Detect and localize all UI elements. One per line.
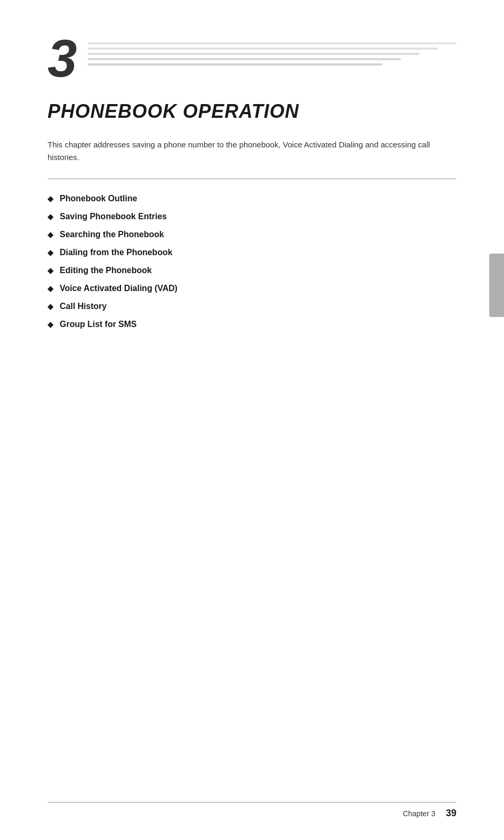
toc-item: ◆Phonebook Outline [48, 194, 456, 203]
toc-item-label: Call History [60, 302, 107, 311]
diamond-icon: ◆ [48, 284, 53, 293]
toc-item: ◆Saving Phonebook Entries [48, 212, 456, 221]
toc-item: ◆Searching the Phonebook [48, 230, 456, 239]
chapter-title: PHONEBOOK OPERATION [48, 100, 456, 123]
chapter-line-5 [88, 63, 383, 66]
toc-item-label: Phonebook Outline [60, 194, 137, 203]
chapter-number: 3 [48, 32, 77, 85]
page: 3 PHONEBOOK OPERATION This chapter addre… [0, 0, 504, 840]
toc-item: ◆Dialing from the Phonebook [48, 248, 456, 257]
toc-item-label: Voice Activated Dialing (VAD) [60, 284, 178, 293]
toc-item-label: Dialing from the Phonebook [60, 248, 172, 257]
chapter-line-1 [88, 42, 456, 44]
chapter-line-2 [88, 48, 438, 50]
intro-paragraph: This chapter addresses saving a phone nu… [48, 138, 456, 164]
toc-item: ◆Group List for SMS [48, 320, 456, 329]
diamond-icon: ◆ [48, 266, 53, 275]
chapter-lines [88, 42, 456, 66]
chapter-line-3 [88, 53, 420, 55]
toc-list: ◆Phonebook Outline◆Saving Phonebook Entr… [48, 194, 456, 329]
side-tab [489, 254, 504, 317]
chapter-line-4 [88, 58, 402, 60]
diamond-icon: ◆ [48, 212, 53, 221]
toc-item-label: Group List for SMS [60, 320, 137, 329]
diamond-icon: ◆ [48, 302, 53, 311]
section-divider [48, 179, 456, 179]
diamond-icon: ◆ [48, 194, 53, 203]
toc-item-label: Saving Phonebook Entries [60, 212, 167, 221]
footer-page-number: 39 [446, 808, 456, 819]
toc-item: ◆Call History [48, 302, 456, 311]
toc-item-label: Searching the Phonebook [60, 230, 164, 239]
diamond-icon: ◆ [48, 230, 53, 239]
toc-item: ◆Editing the Phonebook [48, 266, 456, 275]
diamond-icon: ◆ [48, 248, 53, 257]
footer: Chapter 3 39 [48, 802, 456, 819]
toc-item-label: Editing the Phonebook [60, 266, 152, 275]
footer-chapter-label: Chapter 3 [403, 809, 435, 818]
toc-item: ◆Voice Activated Dialing (VAD) [48, 284, 456, 293]
chapter-header: 3 [48, 32, 456, 85]
diamond-icon: ◆ [48, 320, 53, 329]
